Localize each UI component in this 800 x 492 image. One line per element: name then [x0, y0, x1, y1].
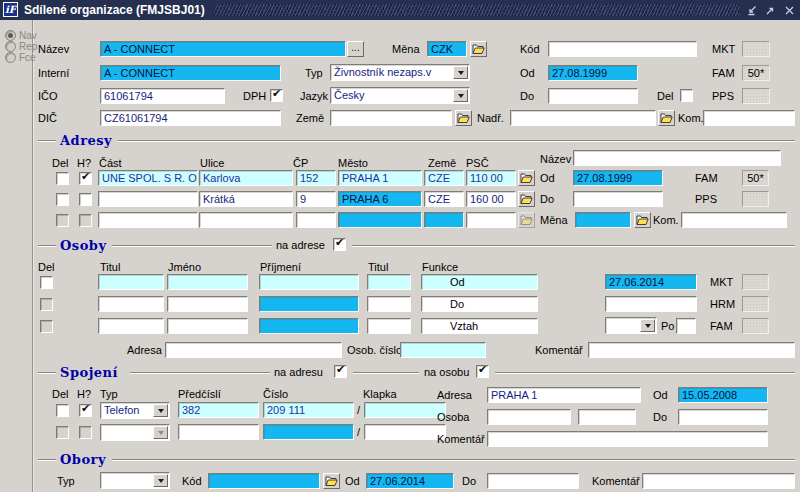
nadr-field[interactable]	[510, 110, 656, 126]
obory-typ-dropdown[interactable]	[100, 472, 170, 489]
spojeni-row1-klapka[interactable]	[364, 402, 446, 418]
osoby-row1-funkce[interactable]	[421, 274, 538, 290]
adresy-row3-psc[interactable]	[466, 212, 516, 228]
osoby-vztah-dropdown[interactable]	[605, 317, 657, 334]
spojeni-row1-typ-dropdown[interactable]: Telefon	[100, 402, 170, 419]
spojeni-osoba-field[interactable]	[487, 409, 571, 425]
osoby-row3-titul[interactable]	[98, 318, 164, 334]
na-adrese-checkbox[interactable]	[333, 238, 346, 251]
adresy-row2-zeme[interactable]: CZE	[424, 191, 464, 207]
zeme-lookup-button[interactable]	[455, 110, 472, 126]
adresy-row2-cp[interactable]: 9	[296, 191, 336, 207]
osoby-komentar-field[interactable]	[588, 342, 795, 358]
osoby-row1-del-checkbox[interactable]	[40, 276, 53, 289]
osoby-row3-prijmeni[interactable]	[259, 318, 359, 334]
adresy-row2-ulice[interactable]: Krátká	[199, 191, 293, 207]
chevron-down-icon[interactable]	[640, 319, 655, 332]
osoby-do-field[interactable]	[605, 296, 697, 312]
close-button[interactable]	[782, 3, 797, 17]
nadr-lookup-button[interactable]	[658, 110, 675, 126]
od-field[interactable]: 27.08.1999	[548, 65, 638, 81]
minimize-button[interactable]	[745, 3, 760, 17]
adresy-row1-psc[interactable]: 110 00	[466, 170, 516, 186]
adresy-row2-mesto[interactable]: PRAHA 6	[338, 191, 422, 207]
na-adresu-checkbox[interactable]	[334, 365, 347, 378]
zeme-field[interactable]	[330, 110, 452, 126]
adresy-od-field[interactable]: 27.08.1999	[573, 170, 663, 186]
osoby-row2-jmeno[interactable]	[167, 296, 248, 312]
obory-komentar-field[interactable]	[642, 473, 795, 489]
do-field[interactable]	[548, 88, 638, 104]
ico-field[interactable]: 61061794	[100, 88, 225, 104]
del-checkbox[interactable]	[680, 89, 693, 102]
adresy-do-field[interactable]	[573, 191, 663, 207]
spojeni-row1-cislo[interactable]: 209 111	[263, 402, 354, 418]
adresy-row3-cast[interactable]	[98, 212, 198, 228]
spojeni-komentar-field[interactable]	[487, 431, 768, 447]
osoby-row1-titul2[interactable]	[367, 274, 411, 290]
adresy-row3-cp[interactable]	[296, 212, 336, 228]
restore-button[interactable]	[763, 3, 778, 17]
osoby-row3-titul2[interactable]	[367, 318, 411, 334]
chevron-down-icon[interactable]	[153, 474, 168, 487]
spojeni-row1-del-checkbox[interactable]	[56, 404, 69, 417]
spojeni-row2-predcisli[interactable]	[178, 424, 259, 440]
spojeni-row1-predcisli[interactable]: 382	[178, 402, 259, 418]
radio-fce[interactable]	[5, 52, 16, 63]
spojeni-row2-klapka[interactable]	[364, 424, 446, 440]
osoby-row2-titul[interactable]	[98, 296, 164, 312]
adresy-row2-cast[interactable]	[98, 191, 198, 207]
kod-field[interactable]	[548, 41, 697, 57]
typ-dropdown[interactable]: Živnostník nezaps.v	[330, 64, 470, 81]
adresy-row1-lookup-button[interactable]	[518, 170, 535, 186]
obory-kod-lookup-button[interactable]	[323, 473, 340, 489]
osoby-row2-funkce[interactable]	[421, 296, 538, 312]
adresy-nazev-field[interactable]	[573, 150, 781, 166]
osoby-row1-prijmeni[interactable]	[259, 274, 359, 290]
osoby-row2-prijmeni[interactable]	[259, 296, 359, 312]
spojeni-do-field[interactable]	[678, 409, 768, 425]
nazev-browse-button[interactable]: ...	[347, 41, 364, 57]
adresy-row1-cast[interactable]: UNE SPOL. S R. O.	[98, 170, 198, 186]
spojeni-row2-cislo[interactable]	[263, 424, 354, 440]
osoby-row3-jmeno[interactable]	[167, 318, 248, 334]
adresy-row2-psc[interactable]: 160 00	[466, 191, 516, 207]
adresy-row2-del-checkbox[interactable]	[56, 193, 69, 206]
adresy-row1-del-checkbox[interactable]	[56, 172, 69, 185]
interni-field[interactable]: A - CONNECT	[100, 65, 281, 81]
adresy-row3-mesto[interactable]	[338, 212, 422, 228]
adresy-row1-cp[interactable]: 152	[296, 170, 336, 186]
kom-field[interactable]	[703, 110, 795, 126]
osoby-adresa-field[interactable]	[165, 342, 342, 358]
dph-checkbox[interactable]	[270, 89, 283, 102]
chevron-down-icon[interactable]	[153, 404, 168, 417]
osoby-row3-funkce[interactable]	[421, 318, 538, 334]
radio-nav[interactable]	[5, 30, 16, 41]
chevron-down-icon[interactable]	[453, 89, 468, 102]
osoby-po-field[interactable]	[676, 318, 696, 334]
spojeni-row1-h-checkbox[interactable]	[79, 404, 92, 417]
mena-lookup-button[interactable]	[470, 41, 487, 57]
mena-field[interactable]: CZK	[427, 41, 467, 57]
spojeni-adresa-field[interactable]: PRAHA 1	[487, 387, 641, 403]
osoby-osob-cislo-field[interactable]	[400, 342, 486, 358]
adresy-row1-ulice[interactable]: Karlova	[199, 170, 293, 186]
adresy-row1-mesto[interactable]: PRAHA 1	[338, 170, 422, 186]
jazyk-dropdown[interactable]: Česky	[330, 87, 470, 104]
adresy-row3-zeme[interactable]	[424, 212, 464, 228]
na-osobu-checkbox[interactable]	[476, 365, 489, 378]
dic-field[interactable]: CZ61061794	[100, 110, 281, 126]
adresy-kom-field[interactable]	[681, 212, 787, 228]
adresy-row3-ulice[interactable]	[199, 212, 293, 228]
obory-od-field[interactable]: 27.06.2014	[366, 473, 454, 489]
adresy-row1-zeme[interactable]: CZE	[424, 170, 464, 186]
adresy-row1-h-checkbox[interactable]	[79, 172, 92, 185]
obory-kod-field[interactable]	[208, 473, 320, 489]
adresy-row2-lookup-button[interactable]	[518, 191, 535, 207]
osoby-row1-jmeno[interactable]	[167, 274, 248, 290]
adresy-mena-lookup-button[interactable]	[634, 212, 651, 228]
osoby-od-field[interactable]: 27.06.2014	[605, 274, 697, 290]
spojeni-osoba-field2[interactable]	[578, 409, 636, 425]
osoby-row2-titul2[interactable]	[367, 296, 411, 312]
adresy-row2-h-checkbox[interactable]	[79, 193, 92, 206]
